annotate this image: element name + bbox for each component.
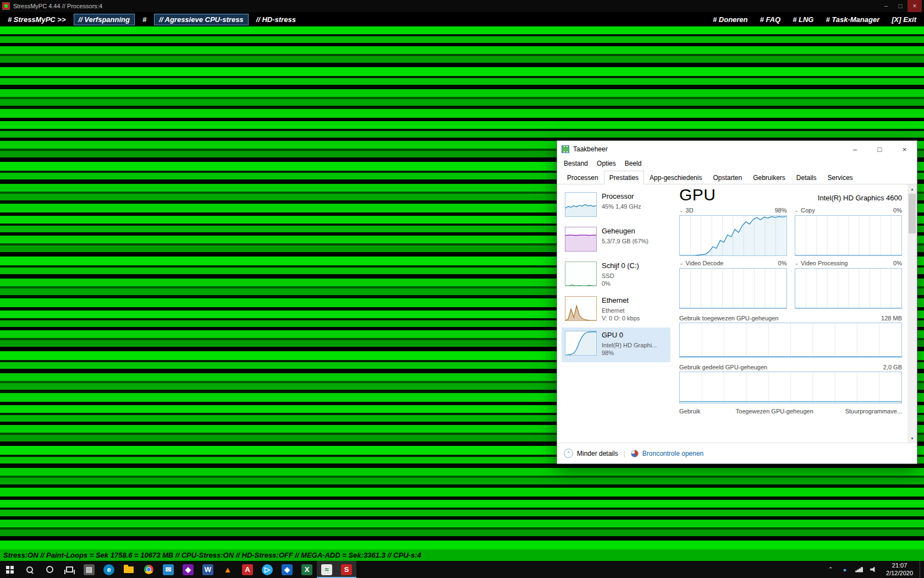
tm-close-button[interactable]: × xyxy=(892,141,917,157)
taskbar-vlc-button[interactable]: ▲ xyxy=(218,561,238,578)
task-manager-window-title: Taakbeheer xyxy=(573,145,608,153)
stressmypc-window-title: StressMyPC 4.44 // Processors:4 xyxy=(13,3,102,9)
taskbar-file-explorer-button[interactable] xyxy=(119,561,139,578)
taskbar-cortana-button[interactable] xyxy=(40,561,59,578)
tm-menu-beeld[interactable]: Beeld xyxy=(620,160,646,167)
search-icon xyxy=(25,565,34,574)
scroll-up-icon[interactable]: ▴ xyxy=(908,184,917,193)
task-manager-titlebar[interactable]: Taakbeheer – □ × xyxy=(557,141,917,157)
chevron-down-icon[interactable]: ⌄ xyxy=(795,208,799,213)
chevron-down-icon[interactable]: ⌄ xyxy=(679,208,684,213)
tray-notification-app-icon[interactable]: ● xyxy=(839,561,851,578)
minimize-button[interactable]: – xyxy=(879,0,893,12)
taskbar-this-pc-button[interactable]: ▤ xyxy=(79,561,99,578)
sidebar-item-gpu[interactable]: GPU 0 Intel(R) HD Graphi... 98% xyxy=(562,328,670,362)
task-manager-window-controls: – □ × xyxy=(843,141,917,157)
taskbar-app-red-button[interactable]: A xyxy=(238,561,257,578)
stat-toegewezen-label: Toegewezen GPU-geheugen xyxy=(736,408,813,415)
task-manager-window: Taakbeheer – □ × Bestand Opties Beeld Pr… xyxy=(557,140,917,464)
sidebar-item-processor[interactable]: Processor 45% 1,49 GHz xyxy=(562,189,670,223)
menu-verfspanning[interactable]: // Verfspanning xyxy=(74,14,135,25)
excel-icon: X xyxy=(301,564,312,575)
shared-memory-label: Gebruik gedeeld GPU-geheugen xyxy=(679,364,767,370)
tray-volume-icon[interactable] xyxy=(867,561,879,578)
taskbar-stressmypc-button[interactable]: S xyxy=(337,561,356,578)
tray-network-icon[interactable] xyxy=(853,561,865,578)
taskbar-task-view-button[interactable] xyxy=(59,561,79,578)
chart-video-processing-label: Video Processing xyxy=(801,260,848,266)
broncontrole-link[interactable]: Broncontrole openen xyxy=(631,450,703,457)
taskbar-task-manager-button[interactable]: ≈ xyxy=(317,561,337,578)
tab-opstarten[interactable]: Opstarten xyxy=(707,171,747,184)
gpu-stats-labels: Gebruik Toegewezen GPU-geheugen Stuurpro… xyxy=(679,408,902,415)
chevron-up-circle-icon: ⌃ xyxy=(564,449,573,458)
tm-minimize-button[interactable]: – xyxy=(843,141,867,157)
chevron-down-icon[interactable]: ⌄ xyxy=(679,260,684,266)
stressmypc-titlebar: StressMyPC 4.44 // Processors:4 – □ × xyxy=(0,0,924,12)
tab-app-geschiedenis[interactable]: App-geschiedenis xyxy=(644,171,707,184)
gpu-copy-chart xyxy=(795,215,903,256)
taskbar-excel-button[interactable]: X xyxy=(297,561,317,578)
menu-hash[interactable]: # xyxy=(138,14,151,25)
task-manager-icon: ≈ xyxy=(321,564,332,575)
menu-lng[interactable]: # LNG xyxy=(788,14,818,25)
taskbar-start-button[interactable] xyxy=(0,561,20,578)
gpu-video-decode-chart xyxy=(679,268,787,309)
file-explorer-icon xyxy=(124,566,134,573)
disk-mini-chart xyxy=(565,261,597,286)
scroll-down-icon[interactable]: ▾ xyxy=(908,434,917,443)
cortana-icon xyxy=(46,566,53,573)
sidebar-item-schijf[interactable]: Schijf 0 (C:) SSD 0% xyxy=(562,258,670,293)
minder-details-label: Minder details xyxy=(577,450,618,457)
tray-hidden-icons-icon[interactable]: ⌃ xyxy=(824,561,837,578)
sidebar-gpu-line1: Intel(R) HD Graphi... xyxy=(602,341,657,349)
maximize-button[interactable]: □ xyxy=(893,0,908,12)
task-manager-menubar: Bestand Opties Beeld xyxy=(557,157,917,170)
chevron-down-icon[interactable]: ⌄ xyxy=(795,260,799,266)
show-desktop-button[interactable] xyxy=(920,561,923,578)
taskbar-app-blue-button[interactable]: ◈ xyxy=(277,561,297,578)
minder-details-button[interactable]: ⌃ Minder details xyxy=(564,449,618,458)
stressmypc-window-controls: – □ × xyxy=(879,0,922,12)
taskbar-app-purple-button[interactable]: ◆ xyxy=(178,561,198,578)
taskbar-apps: ▤e✉◆W▲A▷◈X≈S xyxy=(0,561,356,578)
scrollbar-thumb[interactable] xyxy=(909,194,916,233)
menu-hd-stress[interactable]: // HD-stress xyxy=(252,14,300,25)
taskbar-clock[interactable]: 21:07 2/12/2020 xyxy=(882,562,917,577)
menu-task-manager[interactable]: # Task-Manager xyxy=(821,14,884,25)
taskbar-search-button[interactable] xyxy=(20,561,40,578)
menu-faq[interactable]: # FAQ xyxy=(756,14,785,25)
sidebar-schijf-label: Schijf 0 (C:) xyxy=(602,261,639,271)
stressmypc-app-icon xyxy=(2,2,10,10)
tab-services[interactable]: Services xyxy=(822,171,859,184)
taskbar-mail-button[interactable]: ✉ xyxy=(158,561,178,578)
sidebar-item-ethernet[interactable]: Ethernet Ethernet V: 0 O: 0 kbps xyxy=(562,293,670,328)
desktop: StressMyPC 4.44 // Processors:4 – □ × # … xyxy=(0,0,924,578)
sidebar-ethernet-label: Ethernet xyxy=(602,296,640,306)
dedicated-memory-max: 128 MB xyxy=(881,315,902,321)
shared-gpu-memory-chart xyxy=(679,372,902,403)
gpu-detail-panel: GPU Intel(R) HD Graphics 4600 ⌄ 3D 98% xyxy=(670,184,908,443)
menu-agressieve-cpu-stress[interactable]: // Agressieve CPU-stress xyxy=(154,14,248,25)
sidebar-ethernet-line2: V: 0 O: 0 kbps xyxy=(602,314,640,322)
tm-menu-opties[interactable]: Opties xyxy=(592,160,620,167)
taskbar-telegram-button[interactable]: ▷ xyxy=(257,561,277,578)
close-button[interactable]: × xyxy=(908,0,922,12)
performance-sidebar: Processor 45% 1,49 GHz Geheugen 5,3/7,9 … xyxy=(557,184,670,443)
tm-maximize-button[interactable]: □ xyxy=(867,141,892,157)
taskbar-edge-button[interactable]: e xyxy=(99,561,119,578)
sidebar-gpu-line2: 98% xyxy=(602,349,657,357)
tm-menu-bestand[interactable]: Bestand xyxy=(559,160,592,167)
menu-exit[interactable]: [X] Exit xyxy=(887,14,921,25)
menu-stressmypc[interactable]: # StressMyPC >> xyxy=(3,14,70,25)
stat-stuurprogramma-label: Stuurprogrammave... xyxy=(845,408,902,415)
taskbar-chrome-button[interactable] xyxy=(139,561,158,578)
tab-processen[interactable]: Processen xyxy=(562,171,604,184)
taskbar-word-button[interactable]: W xyxy=(198,561,218,578)
tab-details[interactable]: Details xyxy=(791,171,822,184)
sidebar-item-geheugen[interactable]: Geheugen 5,3/7,9 GB (67%) xyxy=(562,223,670,258)
tab-prestaties[interactable]: Prestaties xyxy=(604,171,644,184)
resource-monitor-icon xyxy=(631,450,639,457)
tab-gebruikers[interactable]: Gebruikers xyxy=(747,171,791,184)
menu-doneren[interactable]: # Doneren xyxy=(708,14,752,25)
